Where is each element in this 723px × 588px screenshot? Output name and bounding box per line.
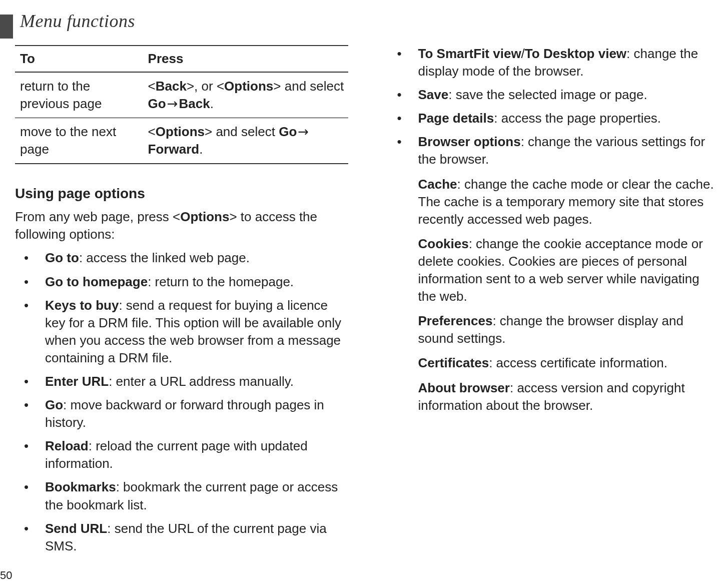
list-item: Browser options: change the various sett…	[388, 133, 721, 414]
option-name: Send URL	[45, 521, 107, 536]
page-header: Menu functions	[0, 9, 135, 34]
press-cell: <Back>, or <Options> and select Go → Bac…	[143, 72, 348, 118]
list-item: Keys to buy: send a request for buying a…	[15, 297, 348, 367]
list-item: Go to homepage: return to the homepage.	[15, 273, 348, 291]
to-cell: move to the next page	[15, 118, 143, 164]
option-desc: : return to the homepage.	[148, 274, 294, 289]
navigation-table: To Press return to the previous page <Ba…	[15, 45, 348, 164]
sub-option: Cache: change the cache mode or clear th…	[418, 176, 721, 228]
option-desc: : save the selected image or page.	[448, 87, 647, 102]
list-item: Bookmarks: bookmark the current page or …	[15, 478, 348, 513]
option-name: Keys to buy	[45, 298, 119, 313]
list-item: Go: move backward or forward through pag…	[15, 396, 348, 431]
list-item: Enter URL: enter a URL address manually.	[15, 373, 348, 390]
th-press: Press	[143, 46, 348, 72]
option-name: To SmartFit view	[418, 46, 521, 61]
option-desc: : enter a URL address manually.	[109, 374, 294, 389]
option-name: Browser options	[418, 134, 521, 149]
to-cell: return to the previous page	[15, 72, 143, 118]
option-desc: : access the linked web page.	[79, 250, 250, 265]
sub-option-name: Preferences	[418, 313, 493, 328]
option-name: Bookmarks	[45, 479, 116, 494]
option-name-alt: To Desktop view	[525, 46, 626, 61]
option-name: Enter URL	[45, 374, 109, 389]
option-name: Reload	[45, 438, 89, 453]
list-item: Save: save the selected image or page.	[388, 86, 721, 104]
sub-option-desc: : access certificate information.	[489, 355, 667, 370]
option-desc: : access the page properties.	[494, 111, 661, 126]
list-item: Go to: access the linked web page.	[15, 249, 348, 267]
table-row: return to the previous page <Back>, or <…	[15, 72, 348, 118]
sub-options: Cache: change the cache mode or clear th…	[418, 176, 721, 414]
arrow-right-icon: →	[297, 123, 310, 141]
sub-option: About browser: access version and copyri…	[418, 379, 721, 414]
sub-option-name: Cookies	[418, 236, 469, 251]
option-name: Go to homepage	[45, 274, 148, 289]
section-heading: Using page options	[15, 184, 348, 203]
sub-option: Cookies: change the cookie acceptance mo…	[418, 235, 721, 305]
header-accent-bar	[0, 15, 13, 39]
th-to: To	[15, 46, 143, 72]
sub-option: Certificates: access certificate informa…	[418, 354, 721, 372]
press-cell: <Options> and select Go → Forward.	[143, 118, 348, 164]
sub-option-desc: : change the cache mode or clear the cac…	[418, 177, 714, 227]
section-intro: From any web page, press <Options> to ac…	[15, 208, 348, 243]
sub-option: Preferences: change the browser display …	[418, 312, 721, 347]
option-name: Go	[45, 397, 63, 412]
option-sep: /	[521, 46, 525, 61]
table-header-row: To Press	[15, 46, 348, 72]
sub-option-name: About browser	[418, 380, 510, 395]
page-content: To Press return to the previous page <Ba…	[15, 45, 721, 568]
sub-option-name: Cache	[418, 177, 457, 192]
option-name: Save	[418, 87, 449, 102]
arrow-right-icon: →	[166, 95, 179, 113]
list-item: To SmartFit view/To Desktop view: change…	[388, 45, 721, 80]
table-row: move to the next page <Options> and sele…	[15, 118, 348, 164]
option-name: Page details	[418, 111, 494, 126]
page-number: 50	[0, 568, 12, 583]
list-item: Send URL: send the URL of the current pa…	[15, 520, 348, 555]
list-item: Reload: reload the current page with upd…	[15, 437, 348, 472]
list-item: Page details: access the page properties…	[388, 110, 721, 127]
sub-option-name: Certificates	[418, 355, 489, 370]
option-name: Go to	[45, 250, 79, 265]
page-title: Menu functions	[20, 9, 135, 34]
option-desc: : move backward or forward through pages…	[45, 397, 324, 430]
